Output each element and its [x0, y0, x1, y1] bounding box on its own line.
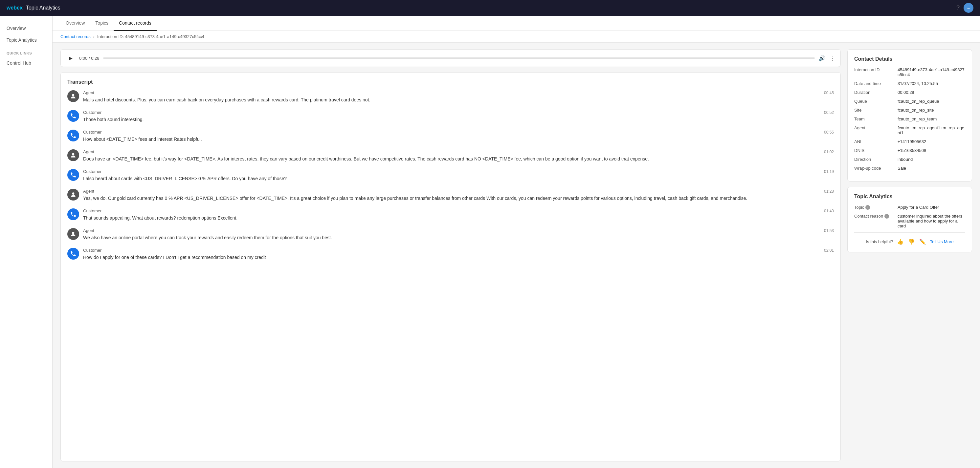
avatar [67, 90, 79, 102]
thumbs-down-button[interactable]: 👎 [907, 238, 915, 246]
avatar [67, 228, 79, 240]
detail-row: Queue fcauto_tm_rep_queue [854, 99, 965, 104]
transcript-entry: Customer 01:40 That sounds appealing. Wh… [67, 208, 834, 222]
detail-row: DNIS +15163584508 [854, 148, 965, 153]
breadcrumb-current: Interaction ID: 45489149-c373-4ae1-a149-… [97, 34, 204, 39]
left-panel: ▶ 0:00 / 0:28 🔊 ⋮ Transcript [60, 49, 841, 462]
topic-value: Apply for a Card Offer [897, 205, 965, 210]
avatar [67, 130, 79, 141]
detail-label: Direction [854, 157, 894, 162]
entry-body: Customer 01:40 That sounds appealing. Wh… [83, 208, 834, 222]
entry-body: Agent 01:53 We also have an online porta… [83, 228, 834, 241]
contact-details-card: Contact Details Interaction ID 45489149-… [847, 49, 972, 181]
sidebar-item-overview[interactable]: Overview [0, 22, 52, 34]
sidebar-item-control-hub[interactable]: Control Hub [0, 57, 52, 69]
entry-body: Customer 01:19 I also heard about cards … [83, 169, 834, 182]
entry-role: Agent [83, 149, 94, 154]
entry-body: Agent 00:45 Mails and hotel discounts. P… [83, 90, 834, 103]
transcript-entry: Agent 01:28 Yes, we do. Our gold card cu… [67, 189, 834, 202]
user-avatar[interactable]: – [964, 3, 974, 13]
entry-time: 00:45 [824, 90, 834, 95]
avatar [67, 169, 79, 181]
tell-us-more-link[interactable]: Tell Us More [930, 239, 953, 244]
detail-row: Site fcauto_tm_rep_site [854, 108, 965, 113]
detail-label: Duration [854, 90, 894, 95]
feedback-text: Is this helpful? [866, 239, 893, 244]
divider [854, 232, 965, 233]
entry-body: Agent 01:28 Yes, we do. Our gold card cu… [83, 189, 834, 202]
contact-details-title: Contact Details [854, 56, 965, 62]
entry-text: I also heard about cards with <US_DRIVER… [83, 175, 834, 182]
topbar-left: webex Topic Analytics [6, 5, 60, 11]
contact-reason-value: customer inquired about the offers avail… [897, 214, 965, 228]
edit-icon: ✏️ [919, 238, 926, 246]
contact-reason-row: Contact reason i customer inquired about… [854, 214, 965, 228]
detail-value: Sale [897, 166, 965, 171]
entry-header: Agent 01:02 [83, 149, 834, 154]
play-button[interactable]: ▶ [66, 54, 75, 63]
topic-analytics-card: Topic Analytics Topic i Apply for a Card… [847, 187, 972, 252]
avatar [67, 208, 79, 220]
detail-value: inbound [897, 157, 965, 162]
entry-role: Agent [83, 189, 94, 194]
entry-text: Mails and hotel discounts. Plus, you can… [83, 97, 834, 103]
topic-info-icon[interactable]: i [865, 205, 870, 210]
entry-header: Customer 00:52 [83, 110, 834, 115]
sidebar-quick-links-label: QUICK LINKS [0, 46, 52, 57]
entry-header: Agent 01:53 [83, 228, 834, 233]
detail-label: Site [854, 108, 894, 113]
webex-logo: webex [6, 5, 23, 11]
thumbs-up-button[interactable]: 👍 [896, 238, 904, 246]
layout: Overview Topic Analytics QUICK LINKS Con… [0, 16, 980, 468]
detail-row: Team fcauto_tm_rep_team [854, 116, 965, 121]
transcript-entry: Customer 00:55 How about <DATE_TIME> fee… [67, 130, 834, 143]
breadcrumb-separator: › [93, 34, 95, 39]
tab-topics[interactable]: Topics [90, 16, 114, 31]
more-options-button[interactable]: ⋮ [829, 54, 835, 62]
breadcrumb-link[interactable]: Contact records [60, 34, 91, 39]
sidebar-item-topic-analytics[interactable]: Topic Analytics [0, 34, 52, 46]
entry-text: Yes, we do. Our gold card currently has … [83, 195, 834, 202]
avatar [67, 110, 79, 122]
transcript-title: Transcript [67, 79, 834, 85]
audio-progress-bar[interactable] [103, 57, 815, 59]
topic-label: Topic i [854, 205, 894, 210]
detail-value: fcauto_tm_rep_site [897, 108, 965, 113]
topbar-right: ? – [956, 3, 974, 13]
contact-reason-info-icon[interactable]: i [885, 214, 889, 219]
entry-header: Customer 00:55 [83, 130, 834, 135]
entry-body: Agent 01:02 Does have an <DATE_TIME> fee… [83, 149, 834, 162]
tab-overview[interactable]: Overview [60, 16, 90, 31]
entry-body: Customer 00:55 How about <DATE_TIME> fee… [83, 130, 834, 143]
detail-value: 00:00:29 [897, 90, 965, 95]
entry-body: Customer 00:52 Those both sound interest… [83, 110, 834, 123]
detail-value: 45489149-c373-4ae1-a149-c49327c5fcc4 [897, 67, 965, 77]
detail-row: Interaction ID 45489149-c373-4ae1-a149-c… [854, 67, 965, 77]
detail-label: Queue [854, 99, 894, 104]
svg-point-0 [72, 94, 75, 96]
entry-role: Customer [83, 208, 102, 213]
transcript-entry: Customer 00:52 Those both sound interest… [67, 110, 834, 123]
entry-header: Customer 01:19 [83, 169, 834, 174]
detail-row: Duration 00:00:29 [854, 90, 965, 95]
detail-value: fcauto_tm_rep_queue [897, 99, 965, 104]
detail-label: DNIS [854, 148, 894, 153]
entry-role: Agent [83, 90, 94, 95]
entry-header: Agent 01:28 [83, 189, 834, 194]
breadcrumb: Contact records › Interaction ID: 454891… [52, 31, 980, 43]
entry-time: 02:01 [824, 248, 834, 253]
help-icon[interactable]: ? [956, 5, 959, 11]
entry-text: We also have an online portal where you … [83, 234, 834, 241]
volume-button[interactable]: 🔊 [819, 55, 825, 61]
sidebar: Overview Topic Analytics QUICK LINKS Con… [0, 16, 52, 468]
entry-role: Customer [83, 130, 102, 135]
entry-role: Customer [83, 169, 102, 174]
entry-body: Customer 02:01 How do I apply for one of… [83, 248, 834, 261]
transcript-entry: Agent 00:45 Mails and hotel discounts. P… [67, 90, 834, 103]
transcript-entry: Customer 01:19 I also heard about cards … [67, 169, 834, 182]
entry-header: Agent 00:45 [83, 90, 834, 95]
avatar [67, 149, 79, 161]
transcript-entry: Agent 01:53 We also have an online porta… [67, 228, 834, 241]
contact-reason-label: Contact reason i [854, 214, 894, 219]
tab-contact-records[interactable]: Contact records [114, 16, 157, 31]
